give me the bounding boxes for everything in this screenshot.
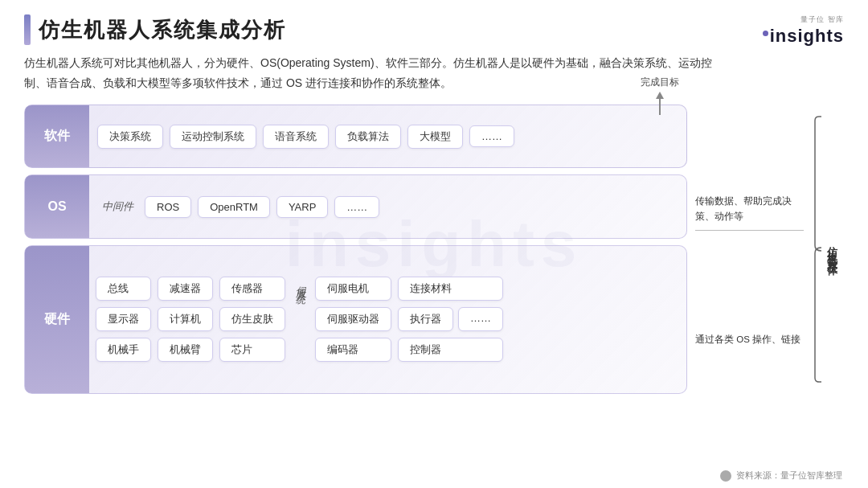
hw-chip-servo-driver: 伺服驱动器: [315, 307, 391, 331]
hw-chip-display: 显示器: [96, 307, 151, 331]
software-layer: 软件 决策系统 运动控制系统 语音系统 负载算法 大模型 ……: [24, 105, 687, 168]
hw-chip-servo-motor: 伺服电机: [315, 277, 391, 301]
software-chip-2: 语音系统: [263, 125, 329, 149]
hw-chip-connect-mat: 连接材料: [398, 277, 503, 301]
hw-chip-encoder: 编码器: [315, 338, 391, 362]
hw-chip-skin: 仿生皮肤: [219, 307, 285, 331]
annotations-col: 传输数据、帮助完成决策、动作等 通过各类 OS 操作、链接: [687, 105, 804, 394]
logo-text: insights: [763, 26, 844, 47]
description: 仿生机器人系统可对比其他机器人，分为硬件、OS(Operating System…: [24, 53, 715, 93]
os-label: OS: [25, 175, 89, 237]
arrow-top-label: 完成目标: [641, 76, 679, 89]
hw-right-grid: 伺服电机 连接材料 伺服驱动器 执行器 …… 编码器 控制器: [315, 277, 503, 362]
os-middleware-label: 中间件: [97, 195, 138, 218]
hw-chip-hand: 机械手: [96, 338, 151, 362]
hardware-label: 硬件: [25, 246, 89, 394]
hw-chip-sensor: 传感器: [219, 277, 285, 301]
logo-sub: 量子位 智库: [800, 14, 844, 25]
os-chip-2: YARP: [276, 196, 328, 218]
title-bar-decoration: [24, 14, 31, 45]
hw-chip-computer: 计算机: [158, 307, 213, 331]
source-text: 资料来源：量子位智库整理: [720, 470, 842, 482]
software-chip-1: 运动控制系统: [170, 125, 256, 149]
hw-chip-bus: 总线: [96, 277, 151, 301]
software-chip-5: ……: [469, 125, 514, 147]
hw-chip-actuator: 执行器: [398, 307, 453, 331]
vertical-label: 仿生机器人整体: [825, 238, 839, 260]
software-label: 软件: [25, 105, 89, 167]
brace-svg: [807, 113, 825, 386]
ann-bot: 通过各类 OS 操作、链接: [695, 326, 804, 347]
os-chip-3: ……: [334, 196, 379, 218]
os-chip-0: ROS: [145, 196, 191, 218]
hw-chip-arm: 机械臂: [158, 338, 213, 362]
right-brace-col: 仿生机器人整体: [804, 105, 844, 394]
hardware-content: 总线 减速器 传感器 显示器 计算机 仿生皮肤 机械手 机械臂 芯片 伺服系统: [89, 246, 686, 394]
software-chip-0: 决策系统: [97, 125, 163, 149]
hw-chip-chip: 芯片: [219, 338, 285, 362]
logo-block: 量子位 智库 insights: [763, 14, 844, 47]
header: 仿生机器人系统集成分析 量子位 智库 insights: [24, 14, 844, 47]
title-block: 仿生机器人系统集成分析: [24, 14, 286, 45]
os-content: 中间件 ROS OpenRTM YARP ……: [89, 175, 686, 237]
os-layer: OS 中间件 ROS OpenRTM YARP ……: [24, 174, 687, 238]
arrow-up-block: 完成目标: [641, 76, 679, 115]
hw-left-grid: 总线 减速器 传感器 显示器 计算机 仿生皮肤 机械手 机械臂 芯片: [96, 277, 285, 362]
hw-chip-reducer: 减速器: [158, 277, 213, 301]
hw-chip-more2: ……: [458, 307, 503, 331]
hw-chip-actuator-group: 执行器 ……: [398, 307, 503, 331]
software-chip-3: 负载算法: [335, 125, 401, 149]
os-chip-1: OpenRTM: [198, 196, 270, 218]
page-title: 仿生机器人系统集成分析: [39, 16, 286, 44]
software-content: 决策系统 运动控制系统 语音系统 负载算法 大模型 ……: [89, 105, 686, 167]
servo-label: 伺服系统: [290, 279, 310, 359]
hardware-layer: 硬件 总线 减速器 传感器 显示器 计算机 仿生皮肤 机械手 机械臂 芯片: [24, 245, 687, 395]
hw-chip-controller: 控制器: [398, 338, 503, 362]
page-container: insights 仿生机器人系统集成分析 量子位 智库 insights 仿生机…: [0, 0, 868, 488]
software-chip-4: 大模型: [407, 125, 463, 149]
logo-dot: [763, 31, 768, 36]
ann-mid: 传输数据、帮助完成决策、动作等: [695, 152, 804, 231]
qz-icon: [720, 470, 731, 482]
